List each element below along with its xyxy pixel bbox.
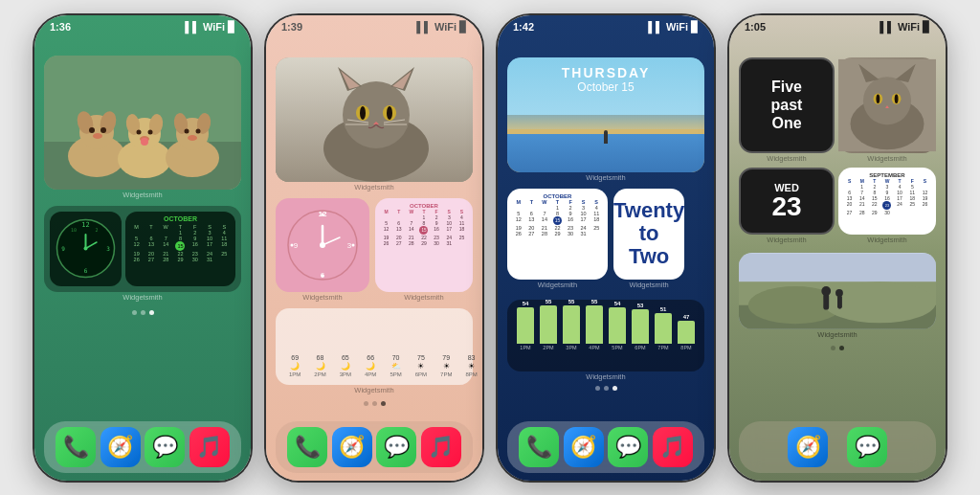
svg-point-65 bbox=[863, 77, 911, 124]
puppies-widget-label: Widgetsmith bbox=[44, 191, 241, 199]
svg-text:3: 3 bbox=[106, 245, 110, 252]
status-time-3: 1:42 bbox=[513, 21, 534, 33]
status-bar-2: 1:39 ▌▌ WiFi ▊ bbox=[266, 15, 482, 35]
svg-point-22 bbox=[196, 128, 201, 133]
dock-messages-1[interactable]: 💬 bbox=[145, 427, 185, 467]
svg-point-62 bbox=[320, 242, 325, 248]
svg-point-37 bbox=[343, 81, 410, 148]
dock-2: 📞 🧭 💬 🎵 bbox=[276, 421, 473, 473]
status-time-4: 1:05 bbox=[745, 21, 766, 33]
svg-point-21 bbox=[185, 128, 189, 133]
dock-safari-4[interactable]: 🧭 bbox=[788, 427, 828, 467]
svg-point-44 bbox=[360, 106, 366, 120]
svg-point-15 bbox=[100, 127, 106, 133]
svg-point-23 bbox=[188, 135, 197, 141]
twenty-to-widget: TwentytoTwo Widgetsmith bbox=[613, 189, 684, 290]
mini-calendar-1: OCTOBER MTWTFSS 1234 567891011 121314151… bbox=[125, 212, 235, 286]
dock-1: 📞 🧭 💬 🎵 bbox=[44, 421, 241, 473]
svg-text:12: 12 bbox=[81, 221, 89, 229]
sep-calendar-widget: SEPTEMBER SMTWTFS 12345 6789101112 13141… bbox=[838, 168, 936, 245]
dock-safari-2[interactable]: 🧭 bbox=[332, 427, 372, 467]
svg-text:9: 9 bbox=[61, 245, 65, 252]
svg-point-45 bbox=[387, 106, 392, 120]
wed-cal-row: WED 23 Widgetsmith SEPTEMBER SMTWTFS 123… bbox=[739, 168, 936, 245]
svg-point-14 bbox=[89, 127, 95, 133]
page-dots-4 bbox=[739, 346, 936, 350]
status-bar-4: 1:05 ▌▌ WiFi ▊ bbox=[729, 15, 946, 35]
five-past-row: FivepastOne Widgetsmith bbox=[739, 57, 936, 164]
dock-music-3[interactable]: 🎵 bbox=[653, 427, 693, 467]
puppies-widget: Widgetsmith bbox=[44, 56, 241, 200]
page-dots-2 bbox=[276, 401, 473, 406]
wed-num: 23 bbox=[771, 193, 801, 220]
month-header-1: OCTOBER bbox=[129, 215, 232, 222]
pink-row: 12 3 6 9 bbox=[276, 198, 473, 303]
svg-text:2: 2 bbox=[95, 227, 98, 233]
status-bar-3: 1:42 ▌▌ WiFi ▊ bbox=[498, 15, 714, 35]
dock-safari-3[interactable]: 🧭 bbox=[564, 427, 604, 467]
svg-rect-80 bbox=[837, 294, 842, 308]
landscape-widget: Widgetsmith bbox=[739, 249, 936, 340]
wed-widget: WED 23 Widgetsmith bbox=[739, 168, 835, 245]
status-time-2: 1:39 bbox=[281, 21, 302, 33]
five-past-text: FivepastOne bbox=[771, 78, 803, 133]
barchart-label: Widgetsmith bbox=[507, 372, 704, 381]
analog-clock: 12 3 6 9 10 2 bbox=[50, 212, 122, 286]
svg-text:3: 3 bbox=[347, 241, 352, 250]
pink-clock-widget: 12 3 6 9 bbox=[276, 198, 369, 303]
svg-point-20 bbox=[141, 138, 148, 146]
cat-widget-label: Widgetsmith bbox=[276, 183, 473, 191]
beach-widget-label: Widgetsmith bbox=[507, 173, 704, 182]
cal-time-row: OCTOBER M T W T F S S 1234 567891011 121… bbox=[507, 189, 704, 290]
thursday-label: THURSDAY bbox=[515, 65, 697, 80]
dock-4: 🧭 💬 bbox=[739, 421, 936, 473]
page-dots-1 bbox=[44, 310, 241, 315]
weather-widget: 69 🌙 1PM 68 🌙 2PM 65 🌙 3PM bbox=[276, 308, 473, 395]
svg-text:6: 6 bbox=[84, 267, 88, 274]
svg-point-33 bbox=[84, 247, 88, 251]
pink-calendar-widget: OCTOBER MTWTFSS 1234 567891011 121314 15… bbox=[375, 198, 473, 303]
svg-point-16 bbox=[93, 133, 102, 139]
svg-point-17 bbox=[137, 129, 142, 134]
beach-widget: THURSDAY October 15 Widgetsmith bbox=[507, 57, 704, 183]
phone-1: 1:36 ▌▌ WiFi ▊ bbox=[33, 13, 253, 483]
svg-point-57 bbox=[352, 243, 355, 246]
status-icons-1: ▌▌ WiFi ▊ bbox=[185, 21, 235, 34]
dock-music-2[interactable]: 🎵 bbox=[421, 427, 461, 467]
clock-calendar-widget: 12 3 6 9 10 2 bbox=[44, 206, 241, 292]
status-bar-1: 1:36 ▌▌ WiFi ▊ bbox=[34, 15, 251, 35]
dock-phone-2[interactable]: 📞 bbox=[287, 427, 327, 467]
status-time-1: 1:36 bbox=[50, 21, 71, 33]
clock-cal-label: Widgetsmith bbox=[44, 293, 241, 302]
svg-point-79 bbox=[821, 286, 831, 296]
cat-photo-widget: Widgetsmith bbox=[276, 57, 473, 192]
dock-safari-1[interactable]: 🧭 bbox=[100, 427, 141, 467]
bar-chart-widget: 54 1PM 55 2PM 55 3PM bbox=[507, 294, 704, 382]
svg-point-56 bbox=[322, 213, 324, 215]
dock-music-1[interactable]: 🎵 bbox=[189, 427, 230, 467]
twenty-to-text: TwentytoTwo bbox=[613, 199, 684, 269]
october-label: October 15 bbox=[515, 80, 697, 94]
cat-small-widget: Widgetsmith bbox=[838, 57, 936, 164]
phone-2: 1:39 ▌▌ WiFi ▊ bbox=[264, 13, 484, 483]
page-dots-3 bbox=[507, 386, 704, 391]
svg-point-81 bbox=[835, 289, 843, 297]
svg-text:9: 9 bbox=[294, 241, 299, 250]
dock-phone-3[interactable]: 📞 bbox=[519, 427, 559, 467]
blue-calendar-widget: OCTOBER M T W T F S S 1234 567891011 121… bbox=[507, 189, 608, 290]
svg-point-58 bbox=[322, 274, 324, 277]
dock-messages-4[interactable]: 💬 bbox=[847, 427, 887, 467]
svg-point-59 bbox=[291, 243, 294, 246]
dock-messages-3[interactable]: 💬 bbox=[608, 427, 648, 467]
svg-text:10: 10 bbox=[71, 227, 77, 233]
phone-4: 1:05 ▌▌ WiFi ▊ FivepastOne Widgetsmith bbox=[727, 13, 947, 483]
svg-point-71 bbox=[895, 94, 899, 103]
five-past-widget: FivepastOne Widgetsmith bbox=[739, 57, 835, 164]
dock-phone-1[interactable]: 📞 bbox=[56, 427, 96, 467]
dock-3: 📞 🧭 💬 🎵 bbox=[507, 421, 704, 473]
svg-point-18 bbox=[148, 129, 153, 134]
phone-3: 1:42 ▌▌ WiFi ▊ THURSDAY October 15 bbox=[496, 13, 716, 483]
dock-messages-2[interactable]: 💬 bbox=[376, 427, 416, 467]
svg-point-70 bbox=[876, 94, 880, 103]
